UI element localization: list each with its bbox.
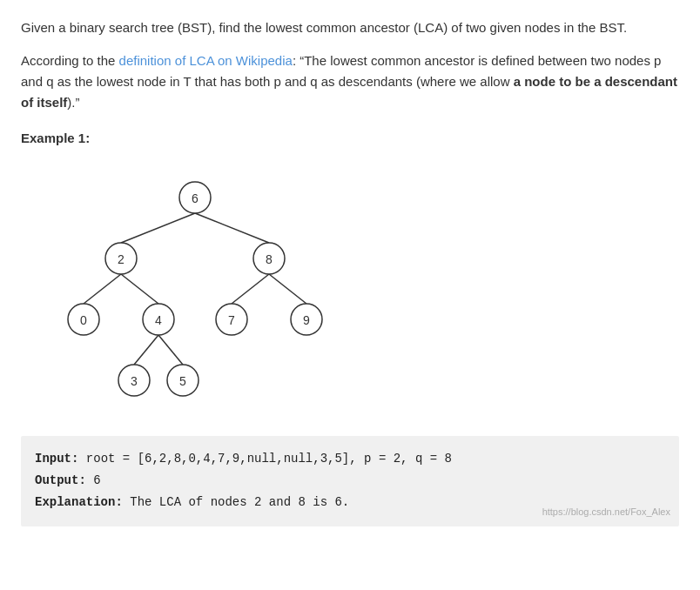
tree-edge xyxy=(121,274,158,304)
tree-node: 5 xyxy=(167,365,199,396)
intro-line1: Given a binary search tree (BST), find t… xyxy=(21,17,679,38)
tree-node: 3 xyxy=(118,365,150,396)
wiki-link[interactable]: definition of LCA on Wikipedia xyxy=(119,53,293,68)
code-block: Input: root = [6,2,8,0,4,7,9,null,null,3… xyxy=(21,436,679,526)
svg-text:5: 5 xyxy=(179,374,186,388)
output-line: Output: 6 xyxy=(35,470,665,492)
tree-edge xyxy=(121,213,195,243)
tree-node: 7 xyxy=(216,304,247,335)
tree-node: 2 xyxy=(105,243,137,274)
output-label: Output: xyxy=(35,473,86,487)
tree-node: 9 xyxy=(291,304,322,335)
explanation-value: The LCA of nodes 2 and 8 is 6. xyxy=(123,495,349,509)
tree-edge xyxy=(195,213,269,243)
input-value: root = [6,2,8,0,4,7,9,null,null,3,5], p … xyxy=(78,452,451,466)
intro-paragraph: Given a binary search tree (BST), find t… xyxy=(21,17,679,113)
tree-node: 8 xyxy=(253,243,285,274)
watermark: https://blog.csdn.net/Fox_Alex xyxy=(542,504,670,521)
tree-edge xyxy=(269,274,306,304)
svg-text:0: 0 xyxy=(80,313,87,327)
example-label: Example 1: xyxy=(21,131,679,145)
tree-node: 4 xyxy=(143,304,174,335)
tree-svg: 628047935 xyxy=(47,163,343,415)
tree-node: 0 xyxy=(68,304,99,335)
intro-line2: According to the definition of LCA on Wi… xyxy=(21,50,679,113)
tree-edge xyxy=(84,274,121,304)
explanation-label: Explanation: xyxy=(35,495,123,509)
svg-text:3: 3 xyxy=(131,374,138,388)
tree-edge xyxy=(158,335,183,365)
tree-diagram: 628047935 xyxy=(47,163,343,415)
input-line: Input: root = [6,2,8,0,4,7,9,null,null,3… xyxy=(35,448,665,470)
tree-edge xyxy=(232,274,269,304)
output-value: 6 xyxy=(86,473,101,487)
svg-text:7: 7 xyxy=(228,313,235,327)
svg-text:4: 4 xyxy=(155,313,162,327)
tree-edge xyxy=(134,335,158,365)
svg-text:8: 8 xyxy=(266,252,273,266)
svg-text:2: 2 xyxy=(118,252,125,266)
input-label: Input: xyxy=(35,452,78,466)
svg-text:6: 6 xyxy=(192,191,199,205)
svg-text:9: 9 xyxy=(303,313,310,327)
tree-node: 6 xyxy=(179,182,211,213)
